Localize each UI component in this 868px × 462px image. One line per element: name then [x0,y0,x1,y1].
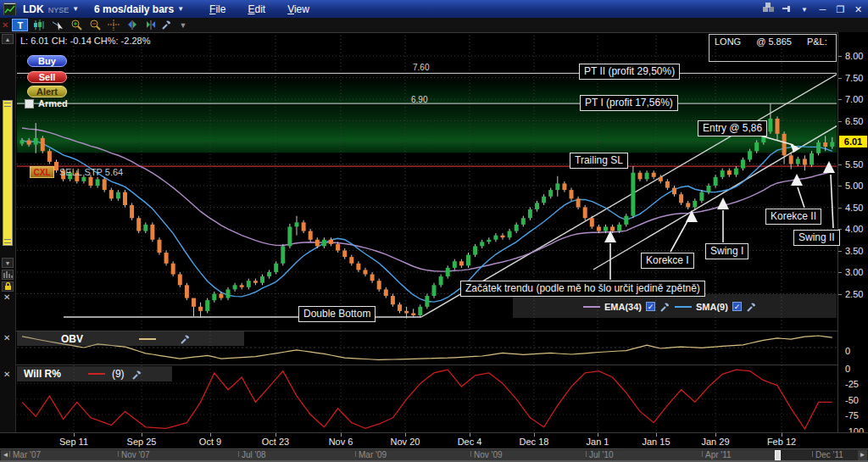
main-chart-canvas[interactable] [17,32,837,331]
chart-close-icon[interactable]: ✕ [3,292,10,302]
sma-visibility-checkbox[interactable]: ✓ [732,302,742,311]
ema-line-swatch [583,306,600,308]
obv-settings-wrench-icon[interactable] [180,333,191,344]
stop-order-label: SELL STP 5.64 [59,167,123,177]
date-axis-label: Feb 12 [756,437,807,447]
annotation-pt1[interactable]: PT I (profit 17,56%) [580,95,678,111]
price-axis-tick [838,294,842,295]
willr-close-icon[interactable]: ✕ [3,370,10,379]
annotation-double-bottom[interactable]: Double Bottom [298,306,376,322]
date-axis-label: Nov 20 [380,437,431,447]
annotation-zacatek[interactable]: Začátek trendu (podle mě ho šlo určit je… [460,281,705,297]
text-tool-button[interactable]: T [12,19,28,31]
price-scrollbar-thumb[interactable] [3,100,13,246]
cubes-icon[interactable] [762,2,776,17]
timeframe-label[interactable]: 6 mos/daily bars [94,3,174,15]
annotation-trailing-sl[interactable]: Trailing SL [570,153,628,169]
price-axis-tick [838,78,842,79]
title-bar: LDK NYSE ▼ 6 mos/daily bars ▼ File Edit … [0,0,868,18]
zoom-out-button[interactable] [86,19,103,31]
menu-view[interactable]: View [287,3,309,15]
position-pl-label: P&L: [807,36,827,59]
restore-button[interactable]: ❐ [834,3,847,16]
chart-toolbar: ✕ T ▼ [0,18,868,33]
price-axis-label: 5.50 [845,159,863,170]
timeline-tick [238,451,239,457]
price-axis-tick [838,164,842,165]
price-axis-tick [838,121,842,122]
ema-visibility-checkbox[interactable]: ✓ [646,302,655,311]
date-axis-label: Oct 23 [250,437,301,447]
armed-checkbox[interactable] [25,99,34,109]
timeline-right-arrow[interactable]: ► [858,450,867,460]
pin-icon[interactable] [781,2,793,17]
date-axis-label: Sep 11 [48,437,99,447]
willr-title: Will R% [24,368,61,380]
price-axis-label: 7.00 [845,94,863,104]
expand-bars-button[interactable] [124,19,140,31]
date-axis-label: Jan 1 [572,437,623,447]
timeline-thumb[interactable] [775,450,781,460]
studies-legend: EMA(34) ✓ SMA(9) ✓ [583,301,757,312]
cancel-order-button[interactable]: CXL [30,166,54,178]
date-axis-label: Oct 9 [185,437,236,447]
price-axis-tick [838,272,842,273]
position-side-label: LONG [715,36,741,59]
annotation-entry[interactable]: Entry @ 5,86 [698,120,767,136]
lock-icon[interactable] [2,281,14,292]
timeline-tick [702,451,703,457]
sell-button[interactable]: Sell [27,71,67,83]
obv-close-icon[interactable]: ✕ [3,333,10,342]
price-axis-tick [838,208,842,209]
crosshair-tool-button[interactable] [105,19,121,31]
buy-button[interactable]: Buy [27,55,67,67]
annotation-korekce1[interactable]: Korekce I [641,253,694,269]
timeline-scrollbar[interactable]: ◄ ► Mar '07Nov '07Jul '08Mar '09Nov '09J… [0,448,868,460]
price-axis[interactable]: 8.007.507.006.505.505.004.504.003.503.00… [837,32,868,432]
price-axis-tick [838,186,842,186]
scale-dropdown-button[interactable]: ▼ [2,258,14,268]
price-axis-tick [838,56,842,57]
ema-settings-wrench-icon[interactable] [659,301,670,312]
price-axis-label: 5.00 [845,181,863,191]
position-info-box[interactable]: LONG @ 5.865 P&L: [709,34,837,62]
timeline-label: Nov '07 [121,450,150,459]
minimize-button[interactable]: ─ [816,3,829,16]
date-axis-label: Jan 15 [631,437,682,447]
annotation-swing1[interactable]: Swing I [705,243,748,259]
pointer-tool-button[interactable] [49,19,65,31]
annotation-korekce2[interactable]: Korekce II [765,209,821,225]
left-gutter: ▲ ▼ ✕ ✕ ✕ [0,33,16,448]
obv-line-swatch [139,338,156,340]
alert-button[interactable]: Alert [27,86,67,97]
menu-edit[interactable]: Edit [248,3,265,15]
sma-settings-wrench-icon[interactable] [746,301,757,312]
settings-wrench-icon[interactable] [161,19,172,31]
timeframe-dropdown-caret-icon[interactable]: ▼ [177,5,184,13]
shrink-bars-button[interactable] [142,19,159,31]
zoom-in-button[interactable] [68,19,84,31]
symbol-dropdown-caret-icon[interactable]: ▼ [72,5,79,13]
willr-axis-label: 0 [845,364,850,374]
position-entry-label: @ 5.865 [756,36,792,59]
price-axis-tick [838,99,842,100]
exchange-label: NYSE [48,6,70,14]
willr-settings-wrench-icon[interactable] [131,369,142,380]
menu-file[interactable]: File [209,3,225,15]
close-button[interactable]: ✕ [852,3,865,16]
scroll-up-button[interactable]: ▲ [2,34,14,44]
pin-dropdown-caret-icon[interactable]: ▼ [801,6,808,14]
obv-zero-label: 0 [845,346,850,356]
symbol-label[interactable]: LDK [23,3,44,15]
willr-line-swatch [88,373,105,375]
willr-label-strip: Will R% (9) [17,366,172,381]
toolbar-more-dropdown[interactable]: ▼ [175,19,191,31]
volume-histogram-icon[interactable] [2,270,14,280]
toolbar-close-icon[interactable]: ✕ [2,20,8,30]
timeline-label: Apr '11 [705,450,732,459]
annotation-pt2[interactable]: PT II (profit 29,50%) [579,64,680,80]
annotation-swing2[interactable]: Swing II [793,230,840,246]
chart-style-button[interactable] [31,19,47,31]
timeline-label: Nov '09 [474,450,503,459]
timeline-label: Jul '10 [589,450,614,459]
